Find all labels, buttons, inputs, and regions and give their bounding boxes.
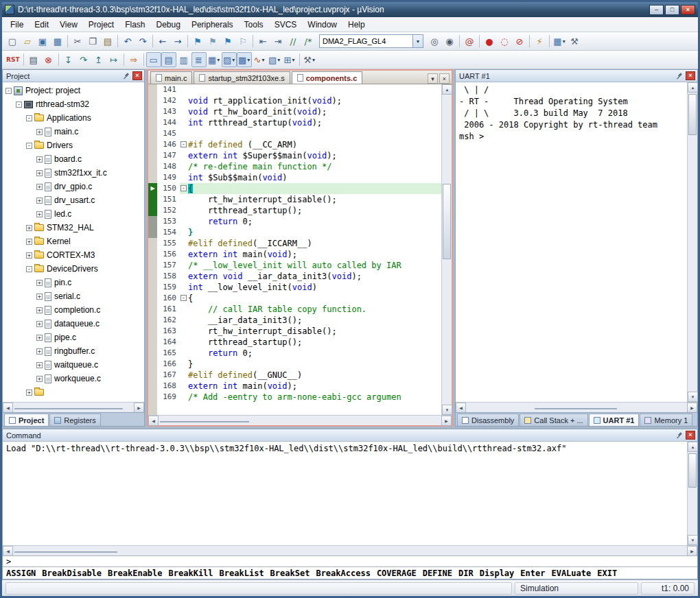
tab-disassembly[interactable]: Disassembly	[457, 414, 519, 426]
code-text[interactable]: {	[188, 183, 441, 194]
fold-collapse-icon[interactable]: -	[180, 295, 187, 301]
collapse-icon[interactable]: -	[26, 143, 32, 149]
tree-item-pipe-c[interactable]: +pipe.c	[3, 331, 144, 344]
scroll-right-button[interactable]: ▶	[687, 546, 697, 556]
incremental-find-button[interactable]: @	[462, 34, 477, 49]
unindent-button[interactable]: ⇤	[255, 34, 270, 49]
code-text[interactable]: /* __low_level_init will auto called by …	[188, 260, 441, 271]
window-layout-button[interactable]: ▦▾	[552, 34, 567, 49]
expand-icon[interactable]: +	[36, 198, 43, 204]
tree-item-workqueue-c[interactable]: +workqueue.c	[3, 372, 144, 385]
symbol-window-button[interactable]: ▥	[176, 52, 191, 67]
editor-horizontal-scrollbar[interactable]: ◀▶	[148, 415, 452, 425]
command-assign[interactable]: ASSIGN	[6, 569, 36, 578]
menu-help[interactable]: Help	[342, 19, 371, 31]
project-horizontal-scrollbar[interactable]: ◀▶	[3, 402, 144, 412]
code-text[interactable]: __iar_data_init3();	[188, 315, 441, 326]
tree-item-completion-c[interactable]: +completion.c	[3, 303, 144, 317]
scroll-left-button[interactable]: ◀	[456, 403, 466, 413]
tree-item-rtthread-stm32[interactable]: -rtthread-stm32	[3, 97, 144, 111]
editor-vertical-scrollbar[interactable]: ▲▼	[441, 84, 452, 415]
command-vertical-scrollbar[interactable]: ▲▼	[687, 442, 697, 545]
code-text[interactable]: return 0;	[188, 216, 441, 227]
call-stack-window-button[interactable]: ≣	[191, 52, 207, 67]
scroll-track[interactable]	[442, 95, 452, 405]
uart-horizontal-scrollbar[interactable]: ◀▶	[456, 402, 697, 412]
tab-memory-1[interactable]: Memory 1	[640, 414, 692, 426]
code-text[interactable]: int $Sub$$main(void)	[188, 172, 441, 183]
code-text[interactable]: // call IAR table copy function.	[188, 304, 441, 315]
scroll-thumb[interactable]	[688, 94, 697, 135]
step-into-button[interactable]: ↧	[61, 52, 76, 67]
flash-download-button[interactable]: ⚡	[532, 34, 547, 49]
tree-item-kernel[interactable]: +Kernel	[3, 235, 144, 248]
scroll-right-button[interactable]: ▶	[441, 416, 452, 426]
toolbox-button[interactable]: ⚒▾	[302, 52, 317, 67]
navigate-forward-button[interactable]: →	[170, 34, 185, 49]
tree-item-drivers[interactable]: -Drivers	[3, 139, 144, 152]
menu-edit[interactable]: Edit	[29, 19, 54, 31]
system-viewer-button[interactable]: ⊞▾	[282, 52, 297, 67]
menu-file[interactable]: File	[5, 19, 29, 31]
menu-svcs[interactable]: SVCS	[269, 19, 303, 31]
code-text[interactable]: rtthread_startup();	[188, 205, 441, 216]
code-text[interactable]: #if defined (__CC_ARM)	[188, 139, 441, 150]
scroll-down-button[interactable]: ▼	[688, 535, 698, 545]
command-dir[interactable]: DIR	[458, 569, 474, 578]
tab-call-stack[interactable]: Call Stack + ...	[520, 414, 587, 426]
expand-icon[interactable]: +	[36, 307, 43, 313]
editor-tab-components-c[interactable]: components.c	[292, 71, 363, 84]
command-coverage[interactable]: COVERAGE	[377, 569, 417, 578]
command-output[interactable]: Load "D:\\rt-thread\\rt-thread-3.0.3\\bs…	[3, 442, 687, 545]
code-text[interactable]: /* re-define main function */	[188, 161, 441, 172]
tree-item-stm32-hal[interactable]: +STM32_HAL	[3, 221, 144, 235]
show-next-statement-button[interactable]: ▤	[26, 52, 41, 67]
code-text[interactable]: void rt_application_init(void);	[188, 95, 441, 106]
tree-item-ringbuffer-c[interactable]: +ringbuffer.c	[3, 344, 144, 358]
expand-icon[interactable]: +	[26, 225, 32, 231]
scroll-right-button[interactable]: ▶	[134, 403, 144, 413]
uart-vertical-scrollbar[interactable]: ▲▼	[687, 82, 697, 402]
code-text[interactable]: }	[188, 359, 441, 370]
find-button[interactable]: ◉	[442, 34, 457, 49]
titlebar[interactable]: D:\rt-thread\rt-thread-3.0.3\bsp\stm32f1…	[2, 2, 698, 17]
configure-target-button[interactable]: ⚒	[567, 34, 582, 49]
code-text[interactable]	[188, 128, 441, 139]
expand-icon[interactable]: +	[36, 294, 43, 300]
command-horizontal-scrollbar[interactable]: ◀▶	[3, 545, 697, 555]
command-enter[interactable]: Enter	[520, 569, 545, 578]
command-window-button[interactable]: ▭	[146, 52, 161, 67]
tree-item-item[interactable]: +	[3, 385, 144, 399]
stop-debug-button[interactable]: ⊗	[41, 52, 56, 67]
expand-icon[interactable]: +	[36, 170, 43, 176]
editor-tab-main-c[interactable]: main.c	[150, 71, 192, 84]
expand-icon[interactable]: +	[26, 390, 32, 396]
command-evaluate[interactable]: EVALuate	[551, 569, 591, 578]
code-text[interactable]: rtthread_startup();	[188, 337, 441, 348]
step-over-button[interactable]: ↷	[76, 52, 91, 67]
code-text[interactable]: #elif defined(__ICCARM__)	[188, 238, 441, 249]
code-text[interactable]: extern int main(void);	[188, 381, 441, 392]
minimize-button[interactable]: –	[649, 5, 664, 15]
code-text[interactable]: extern int main(void);	[188, 249, 441, 260]
expand-icon[interactable]: +	[36, 280, 43, 286]
watch-window-button[interactable]: ▦▾	[207, 52, 222, 67]
tree-item-serial-c[interactable]: +serial.c	[3, 289, 144, 303]
code-text[interactable]: return 0;	[188, 348, 441, 359]
bookmark-clear-all-button[interactable]: ⚐	[235, 34, 250, 49]
command-prompt[interactable]: >	[3, 555, 697, 566]
scroll-thumb[interactable]	[160, 421, 249, 422]
menu-window[interactable]: Window	[302, 19, 342, 31]
run-button[interactable]: ⇒	[126, 52, 141, 67]
tree-item-main-c[interactable]: +main.c	[3, 125, 144, 139]
scroll-left-button[interactable]: ◀	[148, 416, 159, 426]
command-breakkill[interactable]: BreakKill	[169, 569, 213, 578]
expand-icon[interactable]: +	[36, 362, 43, 368]
tree-item-dataqueue-c[interactable]: +dataqueue.c	[3, 317, 144, 331]
tree-item-project-project[interactable]: -Project: project	[3, 84, 144, 97]
tab-uart-1[interactable]: UART #1	[589, 414, 640, 426]
maximize-button[interactable]: □	[665, 5, 679, 15]
code-text[interactable]: int rtthread_startup(void);	[188, 117, 441, 128]
panel-close-button[interactable]: ×	[132, 71, 142, 80]
scroll-left-button[interactable]: ◀	[3, 546, 13, 556]
